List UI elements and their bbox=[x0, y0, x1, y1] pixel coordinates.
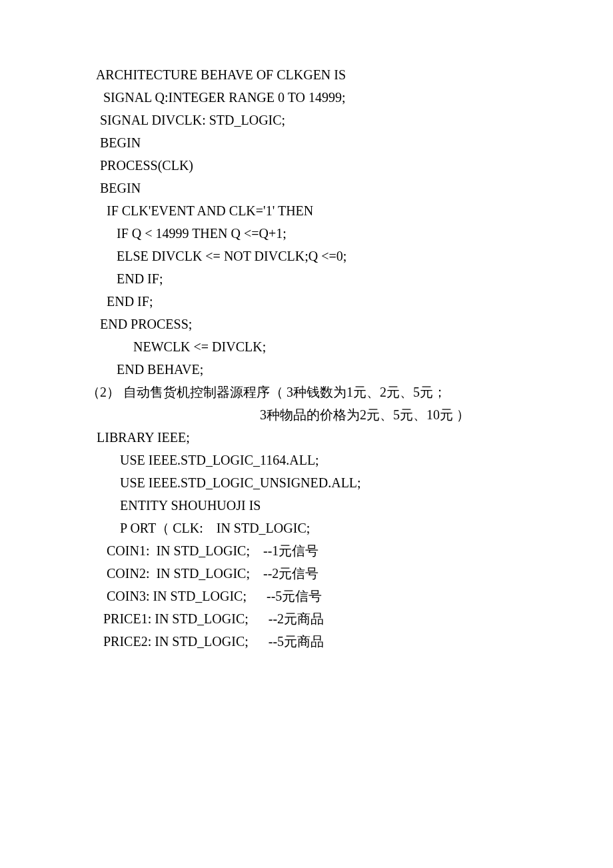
code-line-3: BEGIN bbox=[87, 131, 546, 154]
code-line-16: LIBRARY IEEE; bbox=[87, 426, 546, 449]
code-line-24: PRICE1: IN STD_LOGIC; --2元商品 bbox=[87, 607, 546, 630]
code-line-2: SIGNAL DIVCLK: STD_LOGIC; bbox=[87, 109, 546, 131]
code-line-13: END BEHAVE; bbox=[87, 358, 546, 381]
document-page: ARCHITECTURE BEHAVE OF CLKGEN IS SIGNAL … bbox=[0, 0, 613, 693]
code-line-0: ARCHITECTURE BEHAVE OF CLKGEN IS bbox=[87, 63, 546, 86]
code-line-17: USE IEEE.STD_LOGIC_1164.ALL; bbox=[87, 449, 546, 471]
code-line-19: ENTITY SHOUHUOJI IS bbox=[87, 494, 546, 517]
code-line-6: IF CLK'EVENT AND CLK='1' THEN bbox=[87, 199, 546, 222]
code-line-10: END IF; bbox=[87, 290, 546, 313]
code-line-12: NEWCLK <= DIVCLK; bbox=[87, 335, 546, 358]
code-line-25: PRICE2: IN STD_LOGIC; --5元商品 bbox=[87, 630, 546, 653]
code-line-22: COIN2: IN STD_LOGIC; --2元信号 bbox=[87, 562, 546, 585]
code-line-20: P ORT（ CLK: IN STD_LOGIC; bbox=[87, 517, 546, 539]
code-line-4: PROCESS(CLK) bbox=[87, 154, 546, 177]
code-line-1: SIGNAL Q:INTEGER RANGE 0 TO 14999; bbox=[87, 86, 546, 109]
code-line-9: END IF; bbox=[87, 267, 546, 290]
code-line-15: 3种物品的价格为2元、5元、10元 ） bbox=[87, 403, 546, 426]
code-line-14: （2） 自动售货机控制器源程序（ 3种钱数为1元、2元、5元； bbox=[87, 381, 546, 403]
code-line-5: BEGIN bbox=[87, 177, 546, 199]
code-line-18: USE IEEE.STD_LOGIC_UNSIGNED.ALL; bbox=[87, 471, 546, 494]
code-block: ARCHITECTURE BEHAVE OF CLKGEN IS SIGNAL … bbox=[87, 63, 546, 653]
code-line-8: ELSE DIVCLK <= NOT DIVCLK;Q <=0; bbox=[87, 245, 546, 267]
code-line-23: COIN3: IN STD_LOGIC; --5元信号 bbox=[87, 585, 546, 607]
code-line-21: COIN1: IN STD_LOGIC; --1元信号 bbox=[87, 539, 546, 562]
code-line-11: END PROCESS; bbox=[87, 313, 546, 335]
code-line-7: IF Q < 14999 THEN Q <=Q+1; bbox=[87, 222, 546, 245]
